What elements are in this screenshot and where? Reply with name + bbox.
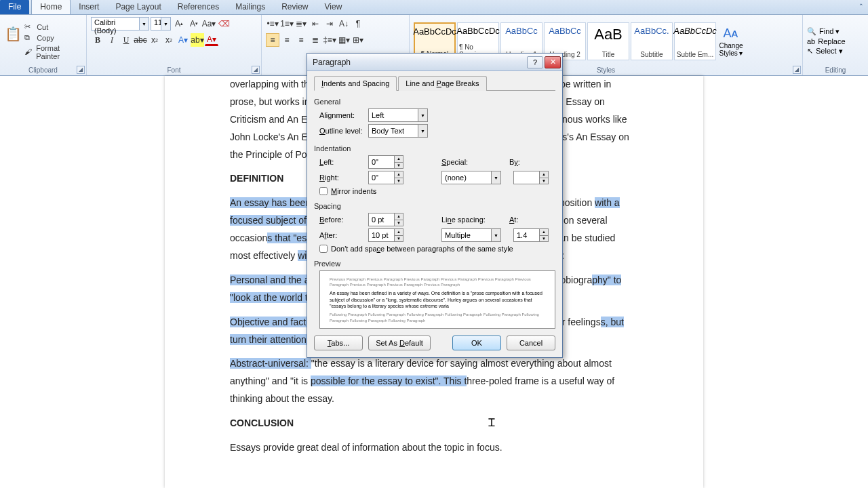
- strikethrough-button[interactable]: abc: [134, 33, 147, 47]
- select-button[interactable]: ↖Select ▾: [807, 47, 846, 56]
- group-editing: 🔍Find ▾ abReplace ↖Select ▾ Editing: [803, 15, 868, 75]
- italic-button[interactable]: I: [105, 33, 119, 47]
- special-label: Special:: [441, 158, 474, 166]
- tab-file[interactable]: File: [0, 0, 29, 14]
- bold-button[interactable]: B: [91, 33, 104, 47]
- spin-up-icon[interactable]: ▲: [539, 229, 548, 236]
- spin-down-icon[interactable]: ▼: [394, 163, 403, 169]
- by-spinner[interactable]: ▲▼: [513, 171, 549, 184]
- tabs-button[interactable]: Tabs...: [314, 336, 363, 350]
- group-label-editing: Editing: [807, 65, 864, 75]
- shading-button[interactable]: ▦▾: [337, 33, 351, 47]
- copy-button[interactable]: ⧉Copy: [24, 33, 82, 43]
- find-button[interactable]: 🔍Find ▾: [807, 27, 846, 36]
- style-subtleem[interactable]: AaBbCcDcSubtle Em...: [674, 22, 716, 60]
- paragraph-dialog: Paragraph ? ✕ IIndents and Spacingndents…: [307, 53, 563, 358]
- grow-font-button[interactable]: A▴: [172, 17, 186, 30]
- numbering-button[interactable]: 1≡▾: [280, 17, 294, 30]
- ok-button[interactable]: OK: [452, 336, 501, 350]
- at-label: At:: [509, 216, 528, 224]
- shrink-font-button[interactable]: A▾: [187, 17, 201, 30]
- font-launcher[interactable]: ◢: [252, 66, 260, 74]
- spin-down-icon[interactable]: ▼: [394, 236, 403, 242]
- after-label: After:: [319, 231, 364, 239]
- preview-box: Previous Paragraph Previous Paragraph Pr…: [319, 270, 555, 329]
- mirror-indents-check[interactable]: Mirror indents: [319, 187, 555, 195]
- borders-button[interactable]: ⊞▾: [351, 33, 365, 47]
- format-painter-button[interactable]: 🖌Format Painter: [24, 44, 82, 60]
- by-label: By:: [509, 158, 528, 166]
- at-spinner[interactable]: 1.4▲▼: [513, 228, 549, 242]
- tab-review[interactable]: Review: [273, 0, 316, 14]
- linespacing-label: Line spacing:: [441, 216, 490, 224]
- spin-up-icon[interactable]: ▲: [394, 171, 403, 178]
- line-spacing-button[interactable]: ‡≡▾: [323, 33, 336, 47]
- tab-mailings[interactable]: Mailings: [227, 0, 273, 14]
- checkbox[interactable]: [319, 187, 328, 195]
- tab-home[interactable]: Home: [31, 0, 71, 14]
- change-case-button[interactable]: Aa▾: [202, 17, 216, 30]
- align-left-button[interactable]: ≡: [266, 33, 279, 47]
- alignment-combo[interactable]: Left▼: [368, 108, 428, 122]
- font-size-combo[interactable]: 11▼: [151, 17, 171, 30]
- chevron-down-icon: ▼: [418, 109, 427, 121]
- font-color-button[interactable]: A▾: [205, 34, 218, 46]
- close-button[interactable]: ✕: [545, 56, 561, 68]
- help-button[interactable]: ?: [527, 56, 543, 68]
- no-space-same-style-check[interactable]: Don't add space between paragraphs of th…: [319, 245, 555, 253]
- spin-down-icon[interactable]: ▼: [539, 236, 548, 242]
- group-clipboard: 📋 ✂Cut ⧉Copy 🖌Format Painter Clipboard ◢: [0, 15, 87, 75]
- style-subtitle[interactable]: AaBbCc.Subtitle: [631, 22, 673, 60]
- indent-left-spinner[interactable]: 0"▲▼: [368, 155, 403, 169]
- superscript-button[interactable]: x2: [162, 33, 176, 47]
- spin-down-icon[interactable]: ▼: [394, 178, 403, 184]
- spin-up-icon[interactable]: ▲: [394, 229, 403, 236]
- align-right-button[interactable]: ≡: [294, 33, 308, 47]
- increase-indent-button[interactable]: ⇥: [323, 17, 336, 30]
- spin-up-icon[interactable]: ▲: [539, 171, 548, 178]
- tab-pagelayout[interactable]: Page Layout: [107, 0, 169, 14]
- cut-button[interactable]: ✂Cut: [24, 22, 82, 32]
- minimize-ribbon-icon[interactable]: ⌃: [856, 1, 867, 11]
- spin-down-icon[interactable]: ▼: [539, 178, 548, 184]
- before-spinner[interactable]: 0 pt▲▼: [368, 213, 403, 226]
- after-spinner[interactable]: 10 pt▲▼: [368, 228, 403, 242]
- spin-down-icon[interactable]: ▼: [394, 220, 403, 226]
- tab-references[interactable]: References: [170, 0, 227, 14]
- multilevel-button[interactable]: ≣▾: [294, 17, 308, 30]
- tab-insert[interactable]: Insert: [71, 0, 107, 14]
- cancel-button[interactable]: Cancel: [507, 336, 555, 350]
- dialog-titlebar[interactable]: Paragraph ? ✕: [307, 54, 562, 71]
- cut-label: Cut: [37, 23, 48, 31]
- justify-button[interactable]: ≣: [309, 33, 322, 47]
- align-center-button[interactable]: ≡: [280, 33, 294, 47]
- text-effects-button[interactable]: A▾: [176, 33, 190, 47]
- font-name-combo[interactable]: Calibri (Body)▼: [91, 17, 149, 30]
- underline-button[interactable]: U: [119, 33, 133, 47]
- outline-combo[interactable]: Body Text▼: [368, 124, 428, 138]
- clear-formatting-button[interactable]: ⌫: [217, 17, 231, 30]
- subscript-button[interactable]: x2: [148, 33, 161, 47]
- tab-view[interactable]: View: [317, 0, 351, 14]
- bullets-button[interactable]: •≡▾: [266, 17, 279, 30]
- highlight-button[interactable]: ab▾: [191, 33, 204, 47]
- clipboard-launcher[interactable]: ◢: [77, 66, 85, 74]
- checkbox[interactable]: [319, 245, 328, 253]
- tab-line-page-breaks[interactable]: Line and Page BreaksLine and Page Breaks: [398, 76, 486, 91]
- set-default-button[interactable]: Set As Default: [368, 336, 431, 350]
- style-title[interactable]: AaBTitle: [587, 22, 629, 60]
- show-marks-button[interactable]: ¶: [351, 17, 365, 30]
- special-combo[interactable]: (none)▼: [441, 171, 501, 184]
- replace-button[interactable]: abReplace: [807, 37, 846, 45]
- paste-button[interactable]: 📋: [4, 26, 22, 57]
- sort-button[interactable]: A↓: [337, 17, 351, 30]
- decrease-indent-button[interactable]: ⇤: [309, 17, 322, 30]
- indent-right-label: Right:: [319, 174, 364, 182]
- spin-up-icon[interactable]: ▲: [394, 214, 403, 220]
- change-styles-button[interactable]: Aᴀ Change Styles ▾: [716, 26, 746, 57]
- spin-up-icon[interactable]: ▲: [394, 156, 403, 163]
- styles-launcher[interactable]: ◢: [793, 66, 801, 74]
- indent-right-spinner[interactable]: 0"▲▼: [368, 171, 403, 184]
- linespacing-combo[interactable]: Multiple▼: [441, 228, 501, 242]
- tab-indents-spacing[interactable]: IIndents and Spacingndents and Spacing: [314, 76, 397, 91]
